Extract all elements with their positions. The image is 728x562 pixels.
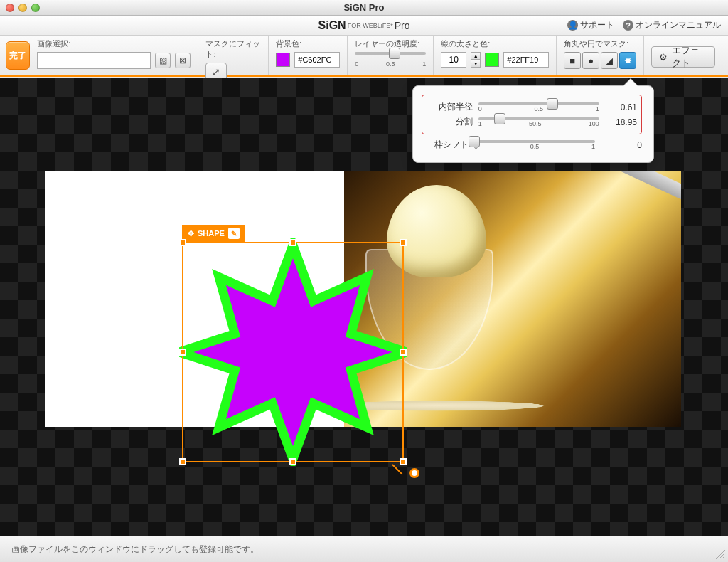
browse-image-button[interactable]: ▧ <box>155 53 171 68</box>
opacity-thumb[interactable] <box>389 48 400 59</box>
handle-b[interactable] <box>289 458 296 465</box>
status-hint: 画像ファイルをこのウィンドウにドラッグしても登録可能です。 <box>11 544 259 556</box>
segments-label: 分割 <box>427 116 473 128</box>
fit-label: マスクにフィット: <box>205 38 261 60</box>
segments-value: 18.95 <box>605 117 637 127</box>
opacity-tick-min: 0 <box>355 60 358 68</box>
image-path-field[interactable] <box>37 52 151 69</box>
edit-shape-button[interactable]: ✎ <box>228 228 240 239</box>
popover-highlighted-group: 内部半径 0 0.5 1 0.61 分割 1 <box>422 95 642 134</box>
handle-bl[interactable] <box>179 458 186 465</box>
handle-l[interactable] <box>179 349 186 356</box>
handle-br[interactable] <box>400 458 407 465</box>
stroke-up-button[interactable]: ▲ <box>471 52 481 60</box>
app-logo-sub: FOR WEBLiFE* <box>348 22 393 29</box>
mask-burst-button[interactable]: ✸ <box>619 52 636 69</box>
toolbar: 完了 画像選択: ▧ ⊠ マスクにフィット: ⤢ 背景色: レイヤーの透明度: … <box>0 36 728 77</box>
done-button[interactable]: 完了 <box>6 41 30 70</box>
user-icon: 👤 <box>567 20 578 31</box>
stroke-width-stepper: ▲ ▼ <box>471 52 481 68</box>
manual-label: オンラインマニュアル <box>636 19 721 31</box>
sector-mask: 角丸や円でマスク: ■ ● ◢ ✸ <box>564 36 644 75</box>
title-bar: SiGN Pro <box>0 0 728 16</box>
burst-settings-popover: 内部半径 0 0.5 1 0.61 分割 1 <box>412 85 654 163</box>
mask-shape-buttons: ■ ● ◢ ✸ <box>564 52 636 69</box>
sector-stroke: 線の太さと色: ▲ ▼ <box>441 36 557 75</box>
support-label: サポート <box>580 19 614 31</box>
inner-radius-slider[interactable] <box>478 102 599 105</box>
handle-tr[interactable] <box>400 239 407 246</box>
inner-radius-label: 内部半径 <box>427 101 473 113</box>
selection-box[interactable]: ✥ SHAPE ✎ <box>182 242 404 462</box>
bg-color-swatch[interactable] <box>276 53 290 67</box>
segments-thumb[interactable] <box>494 113 505 124</box>
logo-bar: SiGN FOR WEBLiFE* Pro 👤 サポート ? オンラインマニュア… <box>0 16 728 36</box>
mask-label: 角丸や円でマスク: <box>564 38 636 49</box>
shape-tab[interactable]: ✥ SHAPE ✎ <box>182 225 245 242</box>
segments-slider[interactable] <box>478 117 599 120</box>
mask-circle-button[interactable]: ● <box>582 52 599 69</box>
sector-bgcolor: 背景色: <box>276 36 348 75</box>
window-title: SiGN Pro <box>0 2 728 13</box>
shift-label: 枠シフト <box>422 139 469 151</box>
sector-effect: ⚙ エフェクト <box>651 36 722 75</box>
shift-slider[interactable] <box>474 140 595 143</box>
manual-link[interactable]: ? オンラインマニュアル <box>623 19 721 31</box>
opacity-ticks: 0 0.5 1 <box>355 60 426 68</box>
inner-radius-thumb[interactable] <box>547 98 558 110</box>
question-icon: ? <box>623 20 633 31</box>
stroke-down-button[interactable]: ▼ <box>471 60 481 68</box>
mask-square-button[interactable]: ■ <box>564 52 581 69</box>
stroke-label: 線の太さと色: <box>441 38 549 49</box>
inner-radius-ticks: 0 0.5 1 <box>478 105 599 112</box>
inner-radius-row: 内部半径 0 0.5 1 0.61 <box>427 101 637 113</box>
stroke-color-swatch[interactable] <box>485 53 499 67</box>
clear-image-button[interactable]: ⊠ <box>175 53 191 68</box>
stroke-width-input[interactable] <box>441 52 466 68</box>
app-logo-pro: Pro <box>395 20 410 31</box>
sliders-icon: ⚙ <box>659 52 668 63</box>
mask-rounded-button[interactable]: ◢ <box>601 52 618 69</box>
help-links: 👤 サポート ? オンラインマニュアル <box>567 16 721 35</box>
resize-grip-icon[interactable] <box>715 549 725 559</box>
opacity-slider[interactable] <box>355 52 426 55</box>
opacity-tick-mid: 0.5 <box>386 60 395 68</box>
effect-button[interactable]: ⚙ エフェクト <box>651 46 715 68</box>
opacity-tick-max: 1 <box>422 60 426 68</box>
photo-fork <box>599 171 681 221</box>
sector-image-select: 画像選択: ▧ ⊠ <box>37 36 198 75</box>
shift-row: 枠シフト 0 0.5 1 0 <box>422 139 642 151</box>
segments-row: 分割 1 50.5 100 18.95 <box>427 116 637 128</box>
shift-value: 0 <box>609 140 642 150</box>
app-logo-main: SiGN <box>318 19 346 32</box>
handle-tl[interactable] <box>179 239 186 246</box>
shift-thumb[interactable] <box>469 136 480 147</box>
sector-opacity: レイヤーの透明度: 0 0.5 1 <box>355 36 434 75</box>
bg-hex-input[interactable] <box>294 52 340 68</box>
stroke-hex-input[interactable] <box>503 52 549 68</box>
inner-radius-value: 0.61 <box>605 102 637 112</box>
shift-ticks: 0 0.5 1 <box>474 143 595 150</box>
image-select-label: 画像選択: <box>37 38 191 49</box>
handle-r[interactable] <box>400 349 407 356</box>
bg-label: 背景色: <box>276 38 340 49</box>
shape-tab-label: SHAPE <box>198 229 225 238</box>
sector-fit: マスクにフィット: ⤢ <box>205 36 269 75</box>
status-bar: 画像ファイルをこのウィンドウにドラッグしても登録可能です。 <box>0 536 728 562</box>
support-link[interactable]: 👤 サポート <box>567 19 614 31</box>
rotate-handle[interactable] <box>410 468 419 478</box>
move-icon: ✥ <box>188 229 194 238</box>
effect-label: エフェクト <box>672 44 707 70</box>
handle-t[interactable] <box>289 239 296 246</box>
